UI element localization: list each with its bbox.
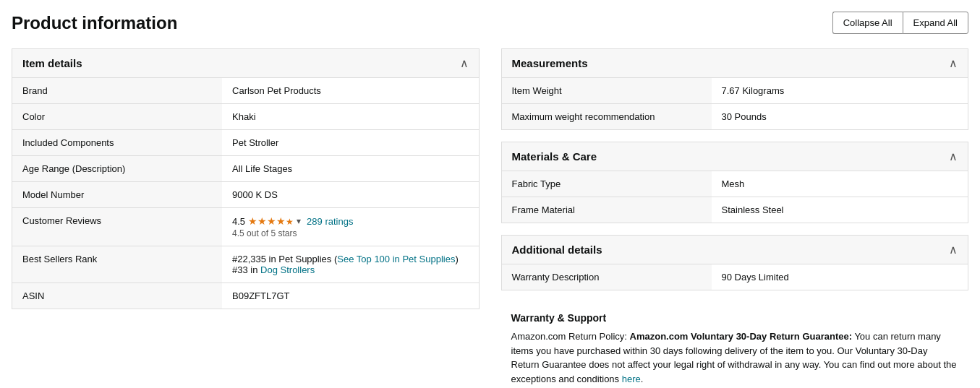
left-column: Item details ∧ Brand Carlson Pet Product… [12,48,480,388]
ratings-link[interactable]: 289 ratings [307,216,353,227]
table-row: Best Sellers Rank #22,335 in Pet Supplie… [12,246,479,283]
row-label: Frame Material [502,197,712,223]
row-label: Fabric Type [502,171,712,197]
measurements-chevron[interactable]: ∧ [949,56,958,70]
collapse-all-button[interactable]: Collapse All [832,12,903,34]
row-label: Model Number [12,182,222,208]
page-header: Product information Collapse All Expand … [12,12,968,34]
measurements-table: Item Weight 7.67 Kilograms Maximum weigh… [502,78,968,129]
row-value: Pet Stroller [222,130,478,156]
main-content: Item details ∧ Brand Carlson Pet Product… [12,48,968,388]
additional-details-section: Additional details ∧ Warranty Descriptio… [501,235,969,290]
row-value: All Life Stages [222,156,478,182]
warranty-support-title: Warranty & Support [511,312,959,324]
materials-care-header: Materials & Care ∧ [502,142,968,171]
warranty-bold: Amazon.com Voluntary 30-Day Return Guara… [630,331,853,342]
row-label: Age Range (Description) [12,156,222,182]
page-title: Product information [12,13,177,33]
table-row: Maximum weight recommendation 30 Pounds [502,104,968,130]
row-label: ASIN [12,283,222,309]
materials-care-title: Materials & Care [512,150,597,163]
item-details-table: Brand Carlson Pet Products Color Khaki I… [12,78,479,309]
warranty-here-link[interactable]: here [622,374,641,384]
item-details-section: Item details ∧ Brand Carlson Pet Product… [12,48,480,309]
warranty-prefix: Amazon.com Return Policy: [511,331,630,342]
rank-text-2: #33 in [232,264,260,275]
table-row: Customer Reviews 4.5 ★★★★★ ▾ 289 ratings… [12,208,479,246]
row-value-ratings: 4.5 ★★★★★ ▾ 289 ratings 4.5 out of 5 sta… [222,208,478,246]
row-label: Warranty Description [502,264,712,290]
dropdown-arrow-icon[interactable]: ▾ [297,216,301,226]
rank-line-1: #22,335 in Pet Supplies (See Top 100 in … [232,254,468,264]
rank-close-paren: ) [455,254,458,264]
row-value: Carlson Pet Products [222,78,478,104]
measurements-header: Measurements ∧ [502,49,968,78]
table-row: Age Range (Description) All Life Stages [12,156,479,182]
row-value-rank: #22,335 in Pet Supplies (See Top 100 in … [222,246,478,283]
table-row: ASIN B09ZFTL7GT [12,283,479,309]
table-row: Brand Carlson Pet Products [12,78,479,104]
measurements-title: Measurements [512,57,588,69]
row-value: 30 Pounds [712,104,968,130]
item-details-title: Item details [22,57,82,69]
row-label: Brand [12,78,222,104]
top-100-link[interactable]: See Top 100 in Pet Supplies [337,254,455,264]
stars-out-of: 4.5 out of 5 stars [232,228,468,238]
table-row: Included Components Pet Stroller [12,130,479,156]
row-value: 9000 K DS [222,182,478,208]
additional-details-chevron[interactable]: ∧ [949,243,958,256]
materials-care-table: Fabric Type Mesh Frame Material Stainles… [502,171,968,223]
rank-text-1: #22,335 in Pet Supplies ( [232,254,337,264]
star-icons: ★★★★★ [248,215,294,227]
materials-care-chevron[interactable]: ∧ [949,150,958,163]
table-row: Fabric Type Mesh [502,171,968,197]
measurements-section: Measurements ∧ Item Weight 7.67 Kilogram… [501,48,969,130]
additional-details-title: Additional details [512,243,602,256]
row-value: B09ZFTL7GT [222,283,478,309]
row-label: Best Sellers Rank [12,246,222,283]
rank-line-2: #33 in Dog Strollers [232,264,468,275]
row-label: Included Components [12,130,222,156]
row-value: 90 Days Limited [712,264,968,290]
expand-all-button[interactable]: Expand All [903,12,968,34]
dog-strollers-link[interactable]: Dog Strollers [260,264,315,275]
rating-number: 4.5 [232,216,245,227]
table-row: Color Khaki [12,104,479,130]
table-row: Frame Material Stainless Steel [502,197,968,223]
row-label: Customer Reviews [12,208,222,246]
materials-care-section: Materials & Care ∧ Fabric Type Mesh Fram… [501,142,969,223]
row-label: Item Weight [502,78,712,104]
table-row: Model Number 9000 K DS [12,182,479,208]
row-value: Khaki [222,104,478,130]
header-buttons: Collapse All Expand All [832,12,968,34]
row-value: 7.67 Kilograms [712,78,968,104]
warranty-support-text: Amazon.com Return Policy: Amazon.com Vol… [511,329,959,386]
warranty-support-block: Warranty & Support Amazon.com Return Pol… [501,302,969,388]
row-value: Mesh [712,171,968,197]
warranty-period: . [641,374,644,384]
row-label: Maximum weight recommendation [502,104,712,130]
row-value: Stainless Steel [712,197,968,223]
right-column: Measurements ∧ Item Weight 7.67 Kilogram… [501,48,969,388]
additional-details-table: Warranty Description 90 Days Limited [502,264,968,290]
item-details-chevron[interactable]: ∧ [460,56,469,70]
row-label: Color [12,104,222,130]
table-row: Item Weight 7.67 Kilograms [502,78,968,104]
item-details-header: Item details ∧ [12,49,479,78]
table-row: Warranty Description 90 Days Limited [502,264,968,290]
additional-details-header: Additional details ∧ [502,236,968,264]
